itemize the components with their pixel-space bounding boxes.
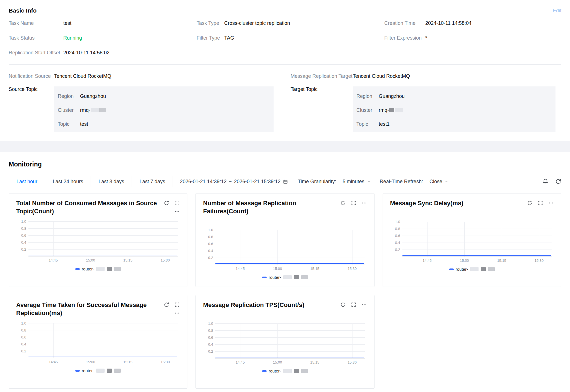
field-value: * [425,35,427,41]
field-value: rmq- [379,107,403,113]
field-value: 2024-10-11 14:58:04 [425,20,472,26]
field-label: Filter Type [197,35,224,41]
field-label: Cluster [356,107,379,113]
range-button-last-24-hours[interactable]: Last 24 hours [45,176,91,187]
target-topic-box: Region Guangzhou Cluster rmq- Topic test… [353,86,555,132]
fullscreen-icon[interactable] [351,302,356,308]
refresh-icon[interactable] [527,200,533,206]
chart-title: Average Time Taken for Successful Messag… [16,301,164,317]
field-filter-type: Filter Type TAG [197,35,384,41]
range-button-last-7-days[interactable]: Last 7 days [132,176,173,187]
edit-button[interactable]: Edit [553,8,561,14]
more-icon[interactable] [174,209,180,214]
basic-info-grid: Task Name test Task Status Running Repli… [0,16,570,64]
field-label: Filter Expression [384,35,425,41]
chart-grid [28,323,178,358]
refresh-icon[interactable] [340,200,346,206]
fullscreen-icon[interactable] [351,200,356,206]
chart-plot: 1.00.80.60.40.2 [28,323,178,358]
legend-item[interactable]: router- [203,275,367,280]
range-button-last-3-days[interactable]: Last 3 days [91,176,132,187]
realtime-refresh-value: Close [429,179,442,185]
field-label: Topic [356,121,379,127]
source-region-row: Region Guangzhou [58,93,269,99]
more-icon[interactable] [548,200,554,206]
bell-icon[interactable] [542,178,549,185]
date-range-picker[interactable]: 2026-01-21 14:39:12 ~ 2026-01-21 15:39:1… [176,176,292,187]
field-value: Cross-cluster topic replication [224,20,290,26]
redacted-text [114,267,121,271]
granularity-select[interactable]: 5 minutes [339,176,374,187]
field-filter-expression: Filter Expression * [384,35,561,41]
chart-plot: 1.00.80.60.40.2 [402,222,552,257]
date-range-separator: ~ [229,179,232,185]
more-icon[interactable] [174,310,180,316]
monitoring-title: Monitoring [0,152,570,175]
date-range-start: 2026-01-21 14:39:12 [180,179,226,185]
legend-item[interactable]: router- [16,368,180,373]
x-axis-labels: 14:4515:0015:1515:30 [28,360,178,365]
redacted-text [294,369,299,373]
field-value: test [80,121,88,127]
target-topic-row: Topic test1 [356,121,551,127]
fullscreen-icon[interactable] [538,200,543,206]
monitoring-toolbar: Last hour Last 24 hours Last 3 days Last… [0,175,570,188]
range-button-last-hour[interactable]: Last hour [9,176,45,187]
chart-title: Total Number of Consumed Messages in Sou… [16,199,164,215]
redacted-text [99,108,106,112]
field-label: Replication Start Offset [9,50,63,56]
refresh-icon[interactable] [555,178,561,185]
time-range-button-group: Last hour Last 24 hours Last 3 days Last… [9,176,173,187]
legend-swatch [262,370,267,372]
calendar-icon [283,179,288,184]
fullscreen-icon[interactable] [174,200,180,206]
granularity-label: Time Granularity: [298,179,336,185]
redacted-text [301,275,308,279]
refresh-icon[interactable] [340,302,346,308]
field-label: Cluster [58,107,80,113]
legend-item[interactable]: router- [16,267,180,271]
redacted-text [389,108,394,112]
more-icon[interactable] [361,200,367,206]
field-label: Region [58,93,80,99]
target-topic-label: Target Topic [291,86,353,132]
charts-grid: Total Number of Consumed Messages in Sou… [0,188,570,389]
x-axis-labels: 14:4515:0015:1515:30 [28,258,178,263]
field-value: TAG [224,35,234,41]
refresh-icon[interactable] [164,302,169,308]
legend-swatch [262,277,267,278]
fullscreen-icon[interactable] [174,302,180,308]
redacted-text [301,369,308,373]
chart-title: Message Replication TPS(Count/s) [203,301,340,309]
redacted-text [481,267,486,271]
refresh-icon[interactable] [164,200,169,206]
x-axis-labels: 14:4515:0015:1515:30 [215,360,364,365]
realtime-refresh-select[interactable]: Close [426,176,452,187]
basic-info-header: Basic Info Edit [0,0,570,16]
status-badge: Running [63,35,82,41]
legend-swatch [75,268,80,270]
source-topic-row: Topic test [58,121,269,127]
source-column: Notification Source Tencent Cloud Rocket… [9,73,291,132]
chart-card-avg-replication-time: Average Time Taken for Successful Messag… [9,295,187,389]
source-target-grid: Notification Source Tencent Cloud Rocket… [0,65,570,141]
redacted-text [96,267,105,271]
source-cluster-row: Cluster rmq- [58,107,269,113]
redacted-text [488,267,495,271]
field-label: Task Name [9,20,63,26]
field-value: Tencent Cloud RocketMQ [54,73,111,79]
chart-card-replication-tps: Message Replication TPS(Count/s) 1.00.80… [195,295,374,389]
legend-item[interactable]: router- [203,369,367,373]
redacted-text [283,275,292,279]
field-task-type: Task Type Cross-cluster topic replicatio… [197,20,384,26]
x-axis-labels: 14:4515:0015:1515:30 [402,258,552,263]
field-task-status: Task Status Running [9,35,197,41]
legend-swatch [75,370,80,372]
legend-label: router- [269,275,281,280]
chart-card-replication-failures: Number of Message Replication Failures(C… [195,193,374,287]
redacted-text [283,369,292,373]
page-title: Basic Info [9,7,37,14]
legend-item[interactable]: router- [390,267,554,272]
chart-grid [215,230,364,265]
more-icon[interactable] [361,302,367,308]
